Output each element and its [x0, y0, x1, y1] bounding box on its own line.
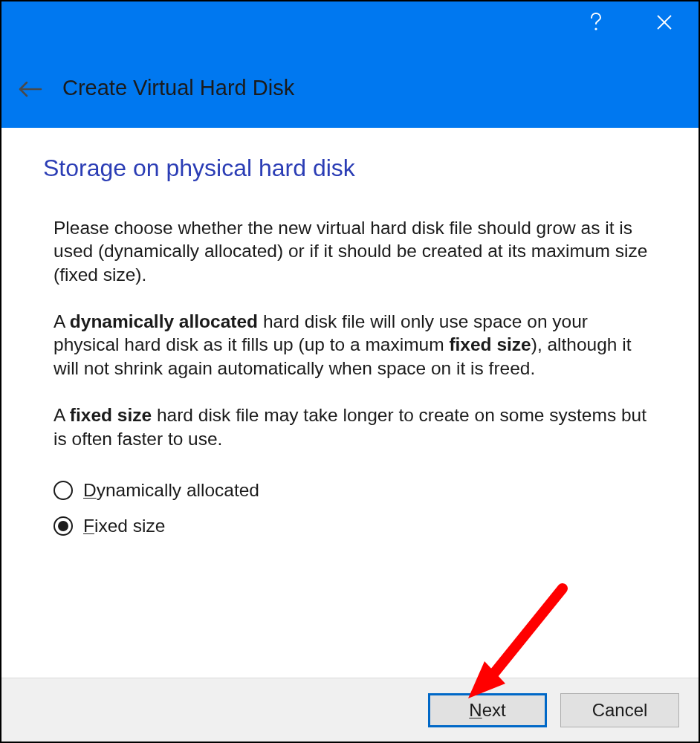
bold-text: dynamically allocated [70, 311, 258, 331]
bold-text: fixed size [449, 334, 531, 354]
footer-button-bar: Next Cancel [1, 678, 699, 742]
titlebar-controls [562, 1, 699, 43]
cancel-button[interactable]: Cancel [560, 693, 679, 727]
radio-dynamically-allocated[interactable]: Dynamically allocated [54, 480, 657, 501]
radio-label: Dynamically allocated [83, 480, 259, 501]
back-button[interactable] [15, 74, 45, 104]
storage-type-radio-group: Dynamically allocated Fixed size [43, 480, 657, 536]
description-paragraph-3: A fixed size hard disk file may take lon… [43, 403, 657, 450]
description-paragraph-1: Please choose whether the new virtual ha… [43, 216, 657, 286]
wizard-window: Create Virtual Hard Disk Storage on phys… [0, 0, 700, 743]
content-area: Storage on physical hard disk Please cho… [1, 128, 699, 678]
radio-indicator [54, 516, 73, 536]
titlebar: Create Virtual Hard Disk [1, 1, 699, 128]
window-title: Create Virtual Hard Disk [62, 76, 294, 100]
description-paragraph-2: A dynamically allocated hard disk file w… [43, 310, 657, 380]
next-button[interactable]: Next [428, 693, 547, 727]
svg-point-0 [594, 27, 597, 30]
bold-text: fixed size [70, 405, 152, 425]
radio-fixed-size[interactable]: Fixed size [54, 516, 657, 536]
close-button[interactable] [630, 1, 699, 43]
text-span: A [54, 311, 70, 331]
radio-indicator [54, 481, 73, 500]
help-button[interactable] [562, 1, 630, 43]
page-heading: Storage on physical hard disk [43, 155, 657, 182]
text-span: A [54, 405, 70, 425]
radio-label: Fixed size [83, 516, 165, 536]
